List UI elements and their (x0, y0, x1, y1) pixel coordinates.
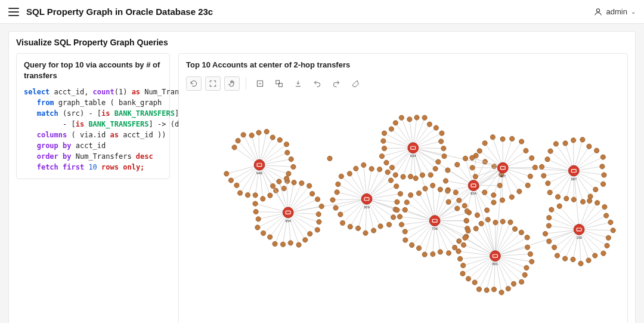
graph-leaf-node[interactable] (363, 230, 368, 235)
graph-leaf-node[interactable] (600, 155, 605, 159)
graph-leaf-node[interactable] (382, 146, 386, 150)
graph-hub-node[interactable]: 954 (283, 207, 293, 223)
graph-svg[interactable]: 948954309934706854467801387190 (186, 96, 620, 322)
graph-leaf-node[interactable] (476, 287, 481, 291)
graph-leaf-node[interactable] (296, 242, 301, 247)
graph-leaf-node[interactable] (268, 193, 273, 198)
reset-button[interactable] (186, 76, 202, 91)
graph-leaf-node[interactable] (403, 238, 408, 242)
graph-leaf-node[interactable] (428, 172, 433, 177)
graph-leaf-node[interactable] (439, 139, 444, 143)
graph-leaf-node[interactable] (439, 131, 444, 136)
graph-leaf-node[interactable] (284, 141, 289, 146)
graph-leaf-node[interactable] (491, 287, 496, 291)
graph-leaf-node[interactable] (484, 287, 489, 292)
graph-leaf-node[interactable] (595, 200, 599, 205)
graph-leaf-node[interactable] (462, 203, 467, 208)
graph-leaf-node[interactable] (410, 242, 414, 247)
graph-leaf-node[interactable] (548, 149, 553, 153)
graph-leaf-node[interactable] (588, 193, 593, 198)
graph-leaf-node[interactable] (482, 190, 487, 195)
graph-leaf-node[interactable] (546, 223, 551, 227)
graph-leaf-node[interactable] (473, 226, 478, 230)
graph-leaf-node[interactable] (413, 176, 418, 180)
graph-leaf-node[interactable] (528, 251, 532, 256)
graph-leaf-node[interactable] (587, 198, 592, 203)
graph-leaf-node[interactable] (256, 130, 261, 135)
graph-leaf-node[interactable] (249, 133, 254, 137)
graph-leaf-node[interactable] (232, 144, 237, 149)
graph-leaf-node[interactable] (354, 166, 358, 171)
graph-leaf-node[interactable] (491, 192, 496, 197)
graph-leaf-node[interactable] (464, 218, 469, 223)
graph-leaf-node[interactable] (463, 156, 467, 161)
graph-leaf-node[interactable] (593, 253, 597, 257)
graph-leaf-node[interactable] (397, 214, 402, 219)
graph-leaf-node[interactable] (525, 183, 530, 187)
graph-leaf-node[interactable] (355, 226, 360, 230)
graph-leaf-node[interactable] (315, 227, 320, 232)
graph-leaf-node[interactable] (441, 146, 446, 150)
graph-leaf-node[interactable] (395, 199, 400, 204)
graph-leaf-node[interactable] (555, 194, 560, 199)
graph-leaf-node[interactable] (348, 224, 352, 229)
graph-leaf-node[interactable] (460, 271, 465, 276)
graph-leaf-node[interactable] (404, 199, 409, 204)
graph-hub-node[interactable]: 387 (568, 165, 579, 181)
graph-leaf-node[interactable] (493, 220, 498, 224)
graph-canvas[interactable]: 948954309934706854467801387190 (186, 96, 620, 322)
graph-leaf-node[interactable] (456, 248, 461, 253)
graph-leaf-node[interactable] (600, 164, 605, 168)
graph-leaf-node[interactable] (552, 245, 556, 250)
menu-icon[interactable] (8, 8, 19, 16)
graph-leaf-node[interactable] (546, 180, 550, 185)
graph-leaf-node[interactable] (485, 217, 490, 222)
graph-leaf-node[interactable] (273, 241, 277, 246)
graph-leaf-node[interactable] (255, 224, 260, 229)
graph-leaf-node[interactable] (401, 174, 405, 179)
graph-leaf-node[interactable] (317, 219, 321, 224)
undo-button[interactable] (309, 76, 325, 91)
graph-leaf-node[interactable] (602, 204, 607, 209)
graph-leaf-node[interactable] (470, 165, 475, 170)
graph-leaf-node[interactable] (270, 183, 275, 188)
graph-leaf-node[interactable] (525, 235, 530, 239)
graph-leaf-node[interactable] (377, 167, 382, 171)
graph-leaf-node[interactable] (547, 215, 552, 220)
graph-leaf-node[interactable] (277, 137, 282, 142)
graph-leaf-node[interactable] (522, 272, 527, 277)
clear-button[interactable] (348, 76, 363, 91)
graph-leaf-node[interactable] (319, 204, 324, 208)
graph-leaf-node[interactable] (408, 192, 413, 197)
graph-leaf-node[interactable] (543, 231, 547, 236)
graph-leaf-node[interactable] (389, 126, 394, 131)
graph-leaf-node[interactable] (261, 230, 265, 235)
graph-leaf-node[interactable] (455, 162, 460, 167)
graph-leaf-node[interactable] (500, 136, 505, 141)
graph-leaf-node[interactable] (408, 174, 413, 179)
graph-leaf-node[interactable] (530, 259, 534, 264)
graph-leaf-node[interactable] (379, 153, 384, 158)
graph-leaf-node[interactable] (285, 150, 290, 155)
graph-leaf-node[interactable] (563, 256, 568, 261)
graph-leaf-node[interactable] (241, 132, 246, 137)
graph-leaf-node[interactable] (465, 208, 469, 213)
graph-leaf-node[interactable] (236, 138, 240, 143)
graph-leaf-node[interactable] (470, 155, 475, 160)
graph-leaf-node[interactable] (475, 213, 479, 217)
graph-leaf-node[interactable] (386, 222, 391, 227)
graph-leaf-node[interactable] (423, 186, 428, 190)
graph-leaf-node[interactable] (284, 176, 289, 180)
graph-leaf-node[interactable] (338, 212, 343, 217)
export-button[interactable] (290, 76, 306, 91)
graph-leaf-node[interactable] (600, 182, 605, 186)
graph-leaf-node[interactable] (499, 290, 504, 294)
graph-leaf-node[interactable] (402, 207, 407, 212)
graph-leaf-node[interactable] (549, 207, 554, 212)
graph-leaf-node[interactable] (466, 228, 470, 233)
graph-leaf-node[interactable] (416, 245, 421, 250)
graph-leaf-node[interactable] (303, 237, 308, 242)
graph-leaf-node[interactable] (307, 183, 312, 188)
graph-leaf-node[interactable] (422, 115, 427, 120)
graph-leaf-node[interactable] (445, 167, 450, 172)
